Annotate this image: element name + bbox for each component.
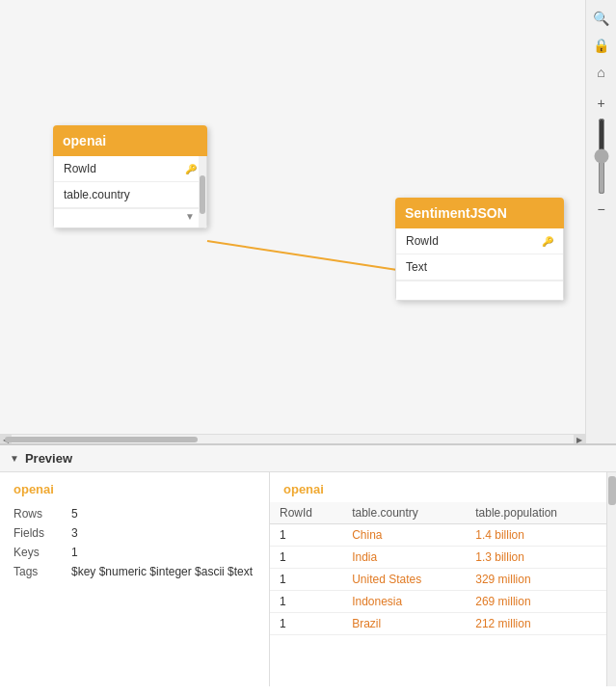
field-text-label: Text <box>406 260 427 274</box>
info-label-keys: Keys <box>13 543 71 562</box>
svg-line-0 <box>207 241 397 270</box>
info-panel: openai Rows 5 Fields 3 Keys 1 Tags $key … <box>0 472 270 686</box>
node-sentiment-field-text[interactable]: Text <box>396 254 563 281</box>
field-country-label: table.country <box>64 188 130 201</box>
table-row: 1Brazil212 million <box>270 613 606 635</box>
info-value-keys: 1 <box>71 543 255 562</box>
scrollbar-thumb <box>5 437 198 442</box>
data-table: RowId table.country table.population 1Ch… <box>270 502 606 635</box>
zoom-slider[interactable] <box>599 118 604 195</box>
zoom-out-icon[interactable]: − <box>591 199 612 220</box>
node-openai-field-rowid[interactable]: RowId 🔑 <box>54 156 206 182</box>
info-label-fields: Fields <box>13 523 71 543</box>
key-icon: 🔑 <box>542 236 553 247</box>
node-sentiment-body: RowId 🔑 Text <box>395 228 564 301</box>
cell-population: 212 million <box>466 613 606 635</box>
scroll-right-arrow[interactable]: ▶ <box>574 435 585 443</box>
scrollbar-thumb <box>608 476 616 505</box>
home-icon[interactable]: ⌂ <box>591 62 612 83</box>
node-openai-header[interactable]: openai <box>53 125 207 156</box>
cell-rowid: 1 <box>270 569 342 591</box>
right-toolbar: 🔍 🔒 ⌂ + − <box>585 0 616 443</box>
info-table: Rows 5 Fields 3 Keys 1 Tags $key $numeri… <box>13 504 255 581</box>
lock-icon[interactable]: 🔒 <box>591 35 612 56</box>
cell-population: 1.3 billion <box>466 547 606 569</box>
node-sentiment-title: SentimentJSON <box>405 205 507 221</box>
cell-country: Indonesia <box>342 591 466 613</box>
node-openai: openai RowId 🔑 table.country ▼ <box>53 125 207 228</box>
cell-population: 269 million <box>466 591 606 613</box>
table-row: 1Indonesia269 million <box>270 591 606 613</box>
node-sentiment-header[interactable]: SentimentJSON <box>395 198 564 228</box>
col-header-rowid: RowId <box>270 502 342 524</box>
node-openai-field-country[interactable]: table.country <box>54 182 206 208</box>
cell-rowid: 1 <box>270 547 342 569</box>
horizontal-scrollbar[interactable]: ◀ ▶ <box>0 434 585 443</box>
zoom-in-icon[interactable]: + <box>591 93 612 114</box>
preview-header[interactable]: ▼ Preview <box>0 445 616 472</box>
cell-country: India <box>342 547 466 569</box>
table-header-row: RowId table.country table.population <box>270 502 606 524</box>
canvas: openai RowId 🔑 table.country ▼ Sentiment… <box>0 0 616 443</box>
table-row: 1China1.4 billion <box>270 524 606 547</box>
data-title: openai <box>270 472 606 502</box>
preview-content: openai Rows 5 Fields 3 Keys 1 Tags $key … <box>0 472 616 686</box>
info-title: openai <box>13 482 255 496</box>
node-openai-title: openai <box>63 133 106 148</box>
search-icon[interactable]: 🔍 <box>591 8 612 29</box>
field-rowid-label: RowId <box>64 162 96 175</box>
scrollbar-thumb <box>200 175 205 214</box>
info-value-fields: 3 <box>71 523 255 543</box>
preview-label: Preview <box>25 451 72 466</box>
info-label-tags: Tags <box>13 562 71 581</box>
data-table-container: openai RowId table.country table.populat… <box>270 472 606 686</box>
info-value-rows: 5 <box>71 504 255 523</box>
info-value-tags: $key $numeric $integer $ascii $text <box>71 562 255 581</box>
col-header-country: table.country <box>342 502 466 524</box>
info-row-tags: Tags $key $numeric $integer $ascii $text <box>13 562 255 581</box>
bottom-panel: ▼ Preview openai Rows 5 Fields 3 Keys 1 <box>0 443 616 695</box>
key-icon: 🔑 <box>185 164 197 174</box>
info-row-fields: Fields 3 <box>13 523 255 543</box>
info-row-rows: Rows 5 <box>13 504 255 523</box>
right-scrollbar[interactable] <box>606 472 616 686</box>
zoom-controls: + − <box>591 93 612 220</box>
cell-country: China <box>342 524 466 547</box>
dropdown-arrow-icon[interactable]: ▼ <box>185 211 195 222</box>
field-rowid-label: RowId <box>406 234 439 248</box>
node-sentiment-field-rowid[interactable]: RowId 🔑 <box>396 228 563 254</box>
col-header-population: table.population <box>466 502 606 524</box>
table-row: 1United States329 million <box>270 569 606 591</box>
cell-country: Brazil <box>342 613 466 635</box>
info-label-rows: Rows <box>13 504 71 523</box>
cell-population: 1.4 billion <box>466 524 606 547</box>
node-sentiment: SentimentJSON RowId 🔑 Text <box>395 198 564 301</box>
node-scrollbar[interactable] <box>199 156 206 227</box>
cell-rowid: 1 <box>270 591 342 613</box>
node-openai-body: RowId 🔑 table.country ▼ <box>53 156 207 228</box>
preview-arrow-icon: ▼ <box>10 453 19 464</box>
cell-rowid: 1 <box>270 524 342 547</box>
table-row: 1India1.3 billion <box>270 547 606 569</box>
info-row-keys: Keys 1 <box>13 543 255 562</box>
cell-population: 329 million <box>466 569 606 591</box>
cell-country: United States <box>342 569 466 591</box>
cell-rowid: 1 <box>270 613 342 635</box>
